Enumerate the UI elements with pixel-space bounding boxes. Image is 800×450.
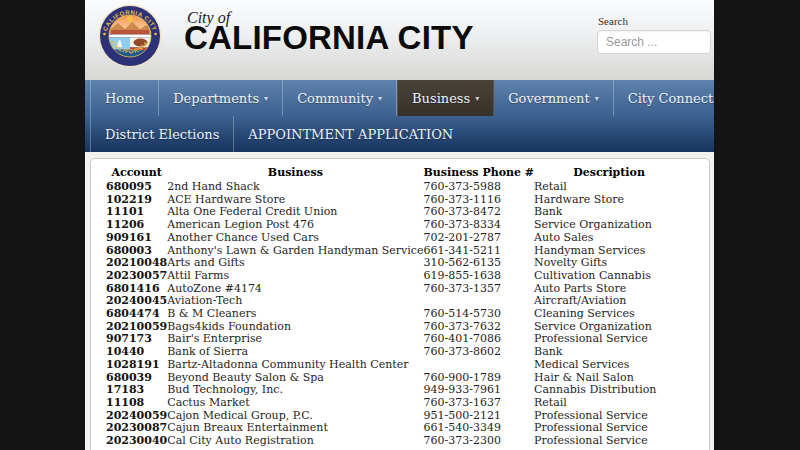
table-row: 20230040Cal City Auto Registration760-37…	[106, 435, 684, 448]
cell-phone: 760-373-2300	[424, 435, 535, 448]
cell-phone: 760-373-1637	[424, 397, 535, 410]
cell-description: Retail	[534, 397, 684, 410]
nav-row-1: HomeDepartments▾Community▾Business▾Gover…	[85, 80, 714, 116]
nav-item-government[interactable]: Government▾	[494, 80, 613, 116]
business-directory-table: Account Business Business Phone # Descri…	[106, 166, 684, 448]
seal-star-left	[103, 33, 106, 36]
column-header-account: Account	[106, 166, 167, 181]
cell-business: Attil Farms	[167, 270, 423, 283]
cell-business: Another Chance Used Cars	[167, 232, 423, 245]
cell-phone: 760-514-5730	[424, 308, 535, 321]
cell-business: Bank of Sierra	[167, 346, 423, 359]
table-header: Account Business Business Phone # Descri…	[106, 166, 684, 181]
cell-business: 2nd Hand Shack	[167, 181, 423, 194]
cell-account: 20230057	[106, 270, 167, 283]
main-nav: HomeDepartments▾Community▾Business▾Gover…	[85, 80, 714, 152]
table-row: 11108Cactus Market760-373-1637Retail	[106, 397, 684, 410]
cell-account: 909161	[106, 232, 167, 245]
cell-account: 20230040	[106, 435, 167, 448]
table-row: 909161Another Chance Used Cars702-201-27…	[106, 232, 684, 245]
column-header-business: Business	[167, 166, 423, 181]
search-input[interactable]	[597, 30, 711, 54]
cell-phone: 619-855-1638	[424, 270, 535, 283]
cell-account: 680095	[106, 181, 167, 194]
cell-description: Retail	[534, 181, 684, 194]
table-row: 10440Bank of Sierra760-373-8602Bank	[106, 346, 684, 359]
seal-star-right	[154, 33, 157, 36]
page: CALIFORNIA CITY CALIFORNIA City of CALIF…	[85, 0, 714, 450]
cell-description: Cultivation Cannabis	[534, 270, 684, 283]
cell-business: B & M Cleaners	[167, 308, 423, 321]
search-box: Search	[597, 15, 711, 54]
table-row: 11206American Legion Post 476760-373-833…	[106, 219, 684, 232]
cell-phone: 760-373-1357	[424, 283, 535, 296]
cell-description: Medical Services	[534, 359, 684, 372]
cell-description: Professional Service	[534, 435, 684, 448]
cell-account: 10440	[106, 346, 167, 359]
nav-item-appointment-application[interactable]: APPOINTMENT APPLICATION	[234, 116, 468, 152]
chevron-down-icon: ▾	[475, 95, 479, 103]
cell-phone: 760-373-8334	[424, 219, 535, 232]
cell-account: 6804474	[106, 308, 167, 321]
table-row: 6800952nd Hand Shack760-373-5988Retail	[106, 181, 684, 194]
cell-phone: 702-201-2787	[424, 232, 535, 245]
nav-item-business[interactable]: Business▾	[397, 80, 494, 116]
nav-item-district-elections[interactable]: District Elections	[90, 116, 234, 152]
cell-business: American Legion Post 476	[167, 219, 423, 232]
cell-description: Auto Sales	[534, 232, 684, 245]
table-row: 6804474B & M Cleaners760-514-5730Cleanin…	[106, 308, 684, 321]
column-header-phone: Business Phone #	[424, 166, 535, 181]
nav-item-home[interactable]: Home	[90, 80, 159, 116]
table-row: 20230057Attil Farms619-855-1638Cultivati…	[106, 270, 684, 283]
chevron-down-icon: ▾	[595, 95, 599, 103]
chevron-down-icon: ▾	[378, 95, 382, 103]
city-seal-logo[interactable]: CALIFORNIA CITY CALIFORNIA	[98, 4, 162, 68]
cell-phone	[424, 359, 535, 372]
cell-business: Cal City Auto Registration	[167, 435, 423, 448]
nav-item-city-connection[interactable]: City Connection▾	[614, 80, 714, 116]
search-label: Search	[598, 15, 711, 27]
cell-account: 1028191	[106, 359, 167, 372]
cell-business: Bartz-Altadonna Community Health Center	[167, 359, 423, 372]
cell-business: Cactus Market	[167, 397, 423, 410]
site-header: CALIFORNIA CITY CALIFORNIA City of CALIF…	[85, 0, 714, 80]
cell-description: Bank	[534, 346, 684, 359]
cell-phone: 760-373-8602	[424, 346, 535, 359]
cell-account: 11206	[106, 219, 167, 232]
browser-viewport: CALIFORNIA CITY CALIFORNIA City of CALIF…	[0, 0, 800, 450]
table-row: 1028191Bartz-Altadonna Community Health …	[106, 359, 684, 372]
nav-row-2: District ElectionsAPPOINTMENT APPLICATIO…	[85, 116, 714, 152]
nav-item-community[interactable]: Community▾	[283, 80, 397, 116]
cell-description: Cleaning Services	[534, 308, 684, 321]
cell-description: Service Organization	[534, 219, 684, 232]
column-header-description: Description	[534, 166, 684, 181]
cell-account: 11108	[106, 397, 167, 410]
page-title: CALIFORNIA CITY	[184, 21, 474, 55]
chevron-down-icon: ▾	[264, 95, 268, 103]
content-panel: Account Business Business Phone # Descri…	[90, 158, 710, 450]
cell-phone: 760-373-5988	[424, 181, 535, 194]
nav-item-departments[interactable]: Departments▾	[159, 80, 283, 116]
table-body: 6800952nd Hand Shack760-373-5988Retail10…	[106, 181, 684, 448]
